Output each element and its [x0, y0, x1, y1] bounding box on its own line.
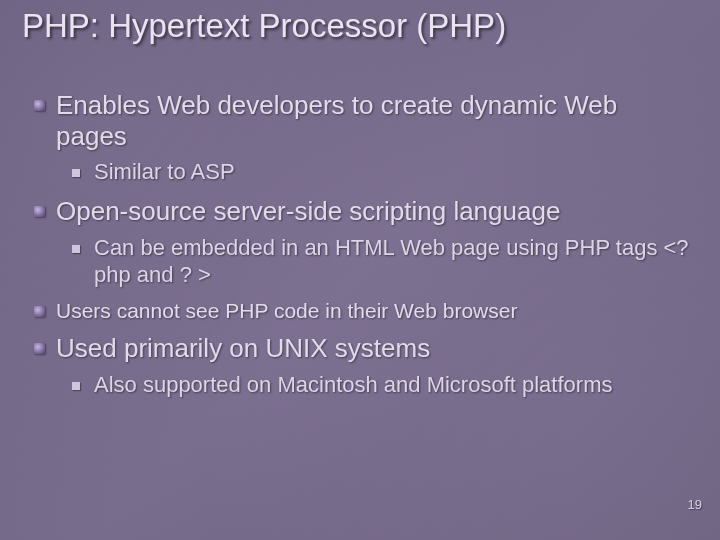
bullet-level2: Also supported on Macintosh and Microsof…	[72, 372, 692, 399]
page-number: 19	[688, 497, 702, 512]
slide: PHP: Hypertext Processor (PHP) Enables W…	[0, 0, 720, 540]
bullet-level1: Used primarily on UNIX systems	[34, 333, 692, 364]
bullet-level2: Similar to ASP	[72, 159, 692, 186]
bullet-level2: Can be embedded in an HTML Web page usin…	[72, 235, 692, 289]
slide-title: PHP: Hypertext Processor (PHP)	[22, 6, 700, 46]
bullet-level1: Open-source server-side scripting langua…	[34, 196, 692, 227]
slide-body: Enables Web developers to create dynamic…	[34, 80, 692, 520]
bullet-level1: Users cannot see PHP code in their Web b…	[34, 299, 692, 324]
bullet-level1: Enables Web developers to create dynamic…	[34, 90, 692, 151]
